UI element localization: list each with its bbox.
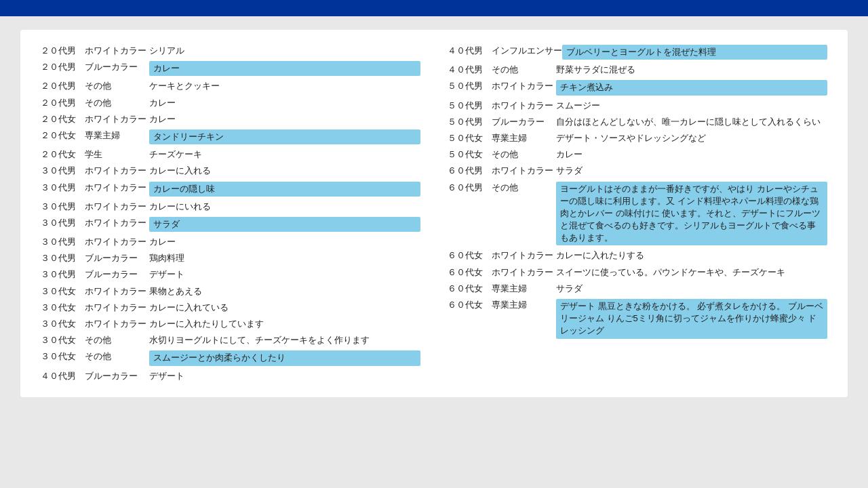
table-row: ６０代男ホワイトカラーサラダ	[448, 163, 827, 178]
table-row: ６０代男その他ヨーグルトはそのままが一番好きですが、やはり カレーやシチューの隠…	[448, 180, 827, 247]
category-label: その他	[85, 80, 149, 92]
response-text: チーズケーキ	[149, 148, 420, 161]
table-row: ６０代女専業主婦サラダ	[448, 281, 827, 296]
response-text: ケーキとクッキー	[149, 80, 420, 92]
category-label: ホワイトカラー	[492, 80, 556, 92]
table-row: ５０代女専業主婦デザート・ソースやドレッシングなど	[448, 131, 827, 146]
age-label: ３０代女	[41, 334, 85, 346]
age-label: ２０代女	[41, 129, 85, 142]
table-row: ３０代男ホワイトカラーサラダ	[41, 216, 420, 233]
table-row: ３０代男ホワイトカラーカレーの隠し味	[41, 180, 420, 198]
response-text: 鶏肉料理	[149, 252, 420, 264]
main-content: ２０代男ホワイトカラーシリアル２０代男ブルーカラーカレー２０代男その他ケーキとク…	[20, 30, 848, 397]
category-label: ホワイトカラー	[85, 285, 149, 298]
table-row: ５０代女その他カレー	[448, 147, 827, 162]
response-text: デザート・ソースやドレッシングなど	[556, 132, 827, 144]
response-text: デザート	[149, 370, 420, 382]
response-text: デザート	[149, 268, 420, 281]
table-row: ２０代男その他ケーキとクッキー	[41, 79, 420, 94]
age-label: ５０代男	[448, 100, 492, 112]
response-text: サラダ	[556, 283, 827, 295]
table-row: ２０代男ホワイトカラーシリアル	[41, 43, 420, 58]
age-label: ４０代男	[448, 45, 492, 57]
age-label: ６０代女	[448, 283, 492, 295]
category-label: ホワイトカラー	[85, 165, 149, 177]
category-label: ホワイトカラー	[492, 165, 556, 177]
age-label: ２０代女	[41, 148, 85, 161]
age-label: ５０代男	[448, 80, 492, 92]
response-text: カレー	[149, 236, 420, 248]
category-label: ホワイトカラー	[85, 236, 149, 248]
category-label: ブルーカラー	[85, 370, 149, 382]
table-row: ４０代男ブルーカラーデザート	[41, 369, 420, 384]
response-text: 水切りヨーグルトにして、チーズケーキをよく作ります	[149, 334, 420, 346]
category-label: その他	[492, 64, 556, 76]
response-text: タンドリーチキン	[149, 129, 420, 144]
response-text: ヨーグルトはそのままが一番好きですが、やはり カレーやシチューの隠し味に利用しま…	[556, 182, 827, 246]
table-row: ５０代男ブルーカラー自分はほとんどしないが、唯一カレーに隠し味として入れるくらい	[448, 115, 827, 129]
table-row: ２０代男ブルーカラーカレー	[41, 60, 420, 77]
category-label: ホワイトカラー	[85, 45, 149, 57]
category-label: ホワイトカラー	[492, 249, 556, 262]
response-text: サラダ	[556, 165, 827, 177]
category-label: ホワイトカラー	[85, 182, 149, 194]
table-row: ３０代女ホワイトカラーカレーに入れたりしています	[41, 317, 420, 331]
table-row: ３０代男ホワイトカラーカレーに入れる	[41, 163, 420, 178]
category-label: ブルーカラー	[492, 116, 556, 128]
category-label: 専業主婦	[492, 132, 556, 144]
age-label: ３０代男	[41, 252, 85, 264]
response-text: シリアル	[149, 45, 420, 57]
right-column: ４０代男インフルエンサーブルベリーとヨーグルトを混ぜた料理４０代男その他野菜サラ…	[448, 43, 827, 384]
table-row: ３０代女ホワイトカラー果物とあえる	[41, 284, 420, 299]
table-row: ６０代女専業主婦デザート 黒豆ときな粉をかける。 必ず煮タレをかける。 ブルーベ…	[448, 298, 827, 340]
category-label: その他	[85, 334, 149, 346]
age-label: ２０代男	[41, 97, 85, 109]
response-text: サラダ	[149, 217, 420, 232]
category-label: ホワイトカラー	[85, 302, 149, 314]
age-label: ６０代男	[448, 182, 492, 194]
response-text: カレーの隠し味	[149, 182, 420, 197]
response-text: デザート 黒豆ときな粉をかける。 必ず煮タレをかける。 ブルーベリージャム りん…	[556, 299, 827, 339]
age-label: ２０代男	[41, 80, 85, 92]
table-row: ４０代男その他野菜サラダに混ぜる	[448, 62, 827, 77]
table-row: ５０代男ホワイトカラースムージー	[448, 98, 827, 113]
response-text: カレー	[556, 148, 827, 161]
category-label: ホワイトカラー	[85, 217, 149, 229]
response-text: カレーに入れたりする	[556, 249, 827, 262]
age-label: ６０代女	[448, 249, 492, 262]
age-label: ３０代男	[41, 217, 85, 229]
table-row: ４０代男インフルエンサーブルベリーとヨーグルトを混ぜた料理	[448, 43, 827, 61]
category-label: 専業主婦	[492, 299, 556, 311]
age-label: ６０代男	[448, 165, 492, 177]
age-label: ６０代女	[448, 299, 492, 311]
table-row: ３０代女その他水切りヨーグルトにして、チーズケーキをよく作ります	[41, 333, 420, 348]
left-column: ２０代男ホワイトカラーシリアル２０代男ブルーカラーカレー２０代男その他ケーキとク…	[41, 43, 420, 384]
table-row: ３０代男ホワイトカラーカレー	[41, 235, 420, 249]
category-label: ホワイトカラー	[492, 100, 556, 112]
table-row: ２０代女専業主婦タンドリーチキン	[41, 128, 420, 146]
age-label: ６０代女	[448, 266, 492, 279]
category-label: 学生	[85, 148, 149, 161]
age-label: ３０代女	[41, 302, 85, 314]
age-label: ５０代女	[448, 148, 492, 161]
age-label: ２０代男	[41, 45, 85, 57]
category-label: ホワイトカラー	[85, 318, 149, 330]
category-label: ホワイトカラー	[492, 266, 556, 279]
age-label: ５０代男	[448, 116, 492, 128]
response-text: チキン煮込み	[556, 80, 827, 95]
category-label: その他	[492, 182, 556, 194]
response-text: 果物とあえる	[149, 285, 420, 298]
table-row: ３０代女その他スムージーとか肉柔らかくしたり	[41, 349, 420, 367]
category-label: その他	[85, 97, 149, 109]
header	[0, 0, 868, 16]
age-label: ４０代男	[448, 64, 492, 76]
category-label: ブルーカラー	[85, 268, 149, 281]
category-label: ブルーカラー	[85, 252, 149, 264]
response-text: 自分はほとんどしないが、唯一カレーに隠し味として入れるくらい	[556, 116, 827, 128]
age-label: ３０代男	[41, 201, 85, 213]
category-label: ブルーカラー	[85, 61, 149, 73]
response-text: スイーツに使っている。パウンドケーキや、チーズケーキ	[556, 266, 827, 279]
category-label: インフルエンサー	[492, 45, 562, 57]
table-row: ２０代女ホワイトカラーカレー	[41, 112, 420, 127]
response-text: スムージー	[556, 100, 827, 112]
